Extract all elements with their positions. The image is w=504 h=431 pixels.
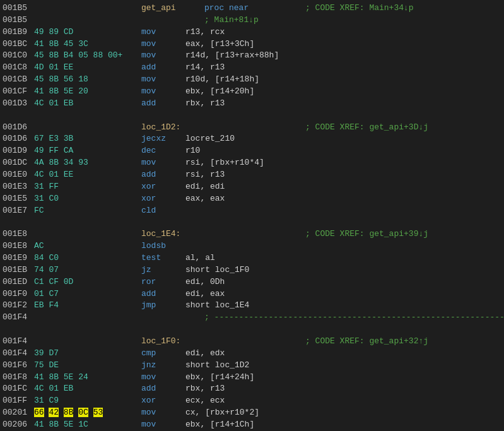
operand: rbx, r13 xyxy=(185,383,324,395)
code-line: 001F2EB F4jmpshort loc_1E4 xyxy=(0,300,504,312)
address: 001FF xyxy=(3,395,34,407)
mnemonic: jmp xyxy=(141,300,185,312)
address: 001B5 xyxy=(3,3,34,15)
code-line: 001EB74 07jzshort loc_1F0 xyxy=(0,264,504,276)
operand: short loc_1D2 xyxy=(185,360,324,372)
bytes: 45 8B B4 05 88 00+ xyxy=(34,50,141,62)
operand: edi, edx xyxy=(185,348,324,360)
bytes: 41 8B 5E 24 xyxy=(34,372,141,384)
comment: ; CODE XREF: get_api+39↓j xyxy=(305,228,428,240)
address: 001DC xyxy=(3,157,34,169)
code-line: 001B5get_apiproc near; CODE XREF: Main+3… xyxy=(0,3,504,15)
bytes: 41 8B 5E 1C xyxy=(34,419,141,431)
address: 001D9 xyxy=(3,145,34,157)
bytes: 41 8B 5E 20 xyxy=(34,86,141,98)
mnemonic: mov xyxy=(141,74,185,86)
code-line: 001F001 C7addedi, eax xyxy=(0,288,504,300)
code-line: 001E331 FFxoredi, edi xyxy=(0,181,504,193)
address: 001D6 xyxy=(3,133,34,145)
operand: edi, edi xyxy=(185,181,324,193)
mnemonic: lodsb xyxy=(141,240,185,252)
label: loc_1D2: xyxy=(141,122,305,134)
operand: r10d, [r14+18h] xyxy=(185,74,324,86)
code-line: 001FC4C 01 EBaddrbx, r13 xyxy=(0,383,504,395)
operand: r14, r13 xyxy=(185,62,324,74)
mnemonic: xor xyxy=(141,193,185,205)
code-line: 001BC41 8B 45 3Cmoveax, [r13+3Ch] xyxy=(0,38,504,50)
byte-highlight: 8B xyxy=(64,408,74,417)
mnemonic: add xyxy=(141,383,185,395)
operand: eax, [r13+3Ch] xyxy=(185,38,324,50)
mnemonic: mov xyxy=(141,27,185,38)
code-line: 001D6loc_1D2:; CODE XREF: get_api+3D↓j xyxy=(0,122,504,134)
code-line: 001E8AClodsb xyxy=(0,240,504,252)
mnemonic: mov xyxy=(141,157,185,169)
code-line xyxy=(0,324,504,336)
address: 001F2 xyxy=(3,300,34,312)
comment: ; --------------------------------------… xyxy=(204,312,504,324)
label: loc_1F0: xyxy=(141,336,305,348)
code-line xyxy=(0,216,504,228)
address: 001CF xyxy=(3,86,34,98)
mnemonic: add xyxy=(141,169,185,181)
mnemonic: mov xyxy=(141,86,185,98)
comment: ; CODE XREF: get_api+3D↓j xyxy=(305,122,428,134)
bytes: 84 C0 xyxy=(34,252,141,264)
address: 001B5 xyxy=(3,15,34,27)
code-line: 001C045 8B B4 05 88 00+movr14d, [r13+rax… xyxy=(0,50,504,62)
mnemonic: dec xyxy=(141,145,185,157)
code-line: 001F675 DEjnzshort loc_1D2 xyxy=(0,360,504,372)
address: 001E7 xyxy=(3,205,34,217)
address: 001E9 xyxy=(3,252,34,264)
address: 001F8 xyxy=(3,372,34,384)
mnemonic: test xyxy=(141,252,185,264)
bytes: 74 07 xyxy=(34,264,141,276)
operand: short loc_1F0 xyxy=(185,264,324,276)
byte-highlight: 42 xyxy=(49,408,59,417)
code-line: 001F439 D7cmpedi, edx xyxy=(0,348,504,360)
operand: edi, 0Dh xyxy=(185,276,324,288)
bytes: 75 DE xyxy=(34,360,141,372)
operand: locret_210 xyxy=(185,133,324,145)
bytes: 4C 01 EB xyxy=(34,98,141,110)
bytes: EB F4 xyxy=(34,300,141,312)
mnemonic: mov xyxy=(141,372,185,384)
bytes: AC xyxy=(34,240,141,252)
mnemonic: mov xyxy=(141,419,185,431)
code-line: 001DC4A 8B 34 93movrsi, [rbx+r10*4] xyxy=(0,157,504,169)
operand: al, al xyxy=(185,252,324,264)
address: 001ED xyxy=(3,276,34,288)
address: 001B9 xyxy=(3,27,34,38)
proc-label: get_api xyxy=(141,3,204,15)
operand: cx, [rbx+r10*2] xyxy=(185,407,324,419)
operand: ebx, [r14+24h] xyxy=(185,372,324,384)
bytes: 39 D7 xyxy=(34,348,141,360)
code-line: 001EDC1 CF 0Droredi, 0Dh xyxy=(0,276,504,288)
bytes: 31 C9 xyxy=(34,395,141,407)
code-line: 001B5; Main+81↓p xyxy=(0,15,504,27)
code-line: 001E7FCcld xyxy=(0,205,504,217)
code-line: 001E531 C0xoreax, eax xyxy=(0,193,504,205)
address: 001E8 xyxy=(3,228,34,240)
code-line: 001E8loc_1E4:; CODE XREF: get_api+39↓j xyxy=(0,228,504,240)
address: 001C8 xyxy=(3,62,34,74)
operand: ebx, [r14+20h] xyxy=(185,86,324,98)
mnemonic: mov xyxy=(141,50,185,62)
mnemonic: xor xyxy=(141,395,185,407)
address: 001BC xyxy=(3,38,34,50)
mnemonic: jecxz xyxy=(141,133,185,145)
operand: ecx, ecx xyxy=(185,395,324,407)
comment: ; CODE XREF: Main+34↓p xyxy=(305,3,414,15)
bytes: 4C 01 EB xyxy=(34,383,141,395)
operand: eax, eax xyxy=(185,193,324,205)
bytes: 49 89 CD xyxy=(34,27,141,38)
mnemonic: add xyxy=(141,98,185,110)
address: 001F4 xyxy=(3,336,34,348)
mnemonic: jz xyxy=(141,264,185,276)
mnemonic: cld xyxy=(141,205,185,217)
code-line: 001C84D 01 EEaddr14, r13 xyxy=(0,62,504,74)
address: 001F4 xyxy=(3,312,34,324)
code-line: 001D667 E3 3Bjecxzlocret_210 xyxy=(0,133,504,145)
address: 001CB xyxy=(3,74,34,86)
address: 001F6 xyxy=(3,360,34,372)
